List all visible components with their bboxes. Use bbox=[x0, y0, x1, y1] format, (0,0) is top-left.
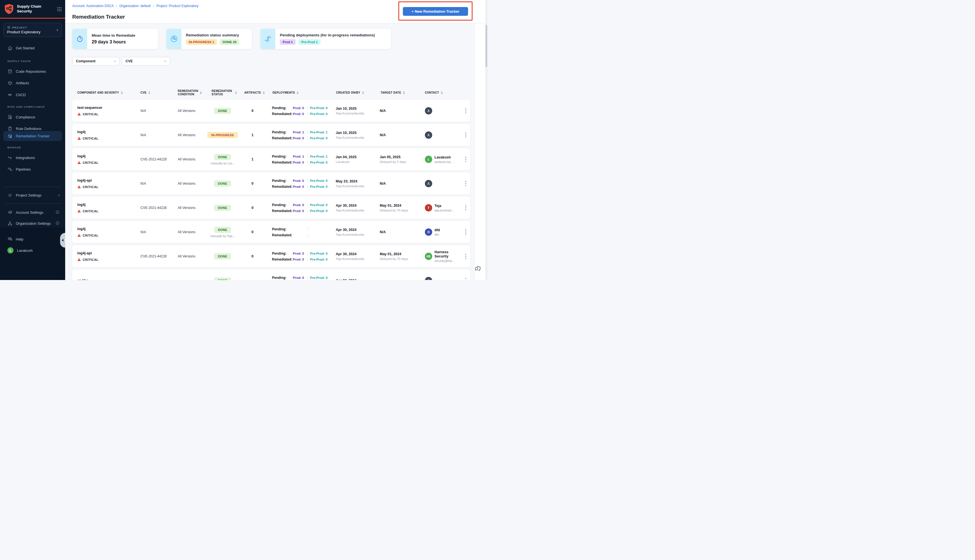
column-header-artifacts[interactable]: ARTIFACTS bbox=[240, 91, 267, 95]
sidebar-item-label: Help bbox=[16, 237, 23, 242]
hourglass-sync-icon bbox=[264, 35, 272, 43]
column-header-remediation-status[interactable]: REMEDIATION STATUS bbox=[205, 89, 240, 97]
sidebar-item-label: Compliance bbox=[16, 115, 35, 119]
divider bbox=[307, 252, 308, 255]
remediation-status: DONE bbox=[205, 205, 240, 211]
right-rail bbox=[475, 23, 485, 280]
sidebar-item-get-started[interactable]: Get Started bbox=[0, 43, 65, 52]
target-date: May 01, 2024Delayed by 70 days bbox=[375, 252, 419, 260]
project-label: PROJECT bbox=[12, 26, 27, 29]
remediation-tracker-icon bbox=[7, 134, 12, 139]
table-row[interactable]: test-sequencer CRITICAL N/A All Versions… bbox=[72, 100, 470, 122]
component-name: log4j-api bbox=[77, 178, 134, 182]
brand-accent-line bbox=[0, 18, 65, 18]
table-row[interactable]: log4j CRITICAL N/A All Versions DONEmanu… bbox=[72, 221, 470, 243]
component-filter-dropdown[interactable]: Component bbox=[72, 57, 120, 65]
sidebar-bottom-dock: Help L Lavakush bbox=[0, 228, 65, 280]
deployments: Pending:Prod: 1Pre-Prod: 1 Remediated:Pr… bbox=[267, 130, 331, 140]
divider bbox=[307, 155, 308, 158]
row-actions-kebab-icon[interactable] bbox=[455, 278, 470, 280]
breadcrumb-organization-link[interactable]: Organization: default bbox=[119, 4, 151, 8]
sidebar-section-risk-and-compliance: RISK AND COMPLIANCE bbox=[7, 105, 45, 108]
row-actions-kebab-icon[interactable] bbox=[455, 157, 470, 162]
pending-prod: Prod: 0 bbox=[293, 106, 307, 110]
remediation-tracker-page: { "icons": { "breadcrumb_separator": "\u… bbox=[0, 0, 488, 280]
column-header-contact[interactable]: CONTACT bbox=[419, 91, 455, 95]
sidebar-item-label: Account Settings bbox=[16, 210, 43, 215]
pending-prod: Prod: 0 bbox=[293, 252, 307, 255]
table-row[interactable]: xz-libs DONE Pending:Prod: 0Pre-Prod: 0 … bbox=[72, 270, 470, 280]
sidebar-user[interactable]: L Lavakush bbox=[0, 246, 65, 255]
annotation-highlight-box: + New Remediation Tracker bbox=[398, 2, 472, 21]
cve-filter-label: CVE bbox=[125, 59, 133, 63]
contact-name: dfd bbox=[434, 228, 440, 232]
sidebar-item-code-repositories[interactable]: Code Repositories bbox=[0, 67, 65, 76]
sidebar-item-label: Artifacts bbox=[16, 81, 29, 85]
vertical-scrollbar[interactable] bbox=[485, 0, 488, 280]
cve-value: N/A bbox=[134, 230, 169, 234]
sidebar-item-artifacts[interactable]: Artifacts bbox=[0, 78, 65, 87]
created-on-by: Apr 30, 2024Teja Kummarikuntla bbox=[331, 228, 375, 236]
cicd-infinity-icon: ∞ bbox=[7, 92, 12, 97]
created-on-by: Jan 10, 2025Teja Kummarikuntla bbox=[331, 131, 375, 139]
column-header-target-date[interactable]: TARGET DATE bbox=[375, 91, 419, 95]
sidebar-item-pipelines[interactable]: Pipelines bbox=[0, 165, 65, 174]
breadcrumb-account-link[interactable]: Account: Automation-SSCA bbox=[72, 4, 114, 8]
new-remediation-tracker-button[interactable]: + New Remediation Tracker bbox=[403, 7, 468, 16]
sidebar-item-cicd[interactable]: ∞ CI/CD bbox=[0, 90, 65, 99]
app-switcher-grid-icon[interactable] bbox=[57, 7, 62, 12]
target-date: N/A bbox=[375, 133, 419, 137]
contact bbox=[419, 180, 455, 187]
mttr-value: 29 days 3 hours bbox=[92, 40, 135, 45]
sidebar-item-project-settings[interactable]: Project Settings › bbox=[0, 191, 65, 200]
pending-preprod: Pre-Prod: 0 bbox=[310, 276, 327, 280]
contact-email: security@harn... bbox=[434, 259, 455, 263]
row-actions-kebab-icon[interactable] bbox=[455, 108, 470, 113]
contact: HS Harness Securitysecurity@harn... bbox=[419, 250, 455, 263]
sidebar-item-remediation-tracker[interactable]: Remediation Tracker bbox=[3, 131, 62, 141]
remediation-condition: All Versions bbox=[169, 254, 205, 258]
sidebar-item-compliance[interactable]: Compliance bbox=[0, 113, 65, 122]
row-actions-kebab-icon[interactable] bbox=[455, 254, 470, 259]
table-row[interactable]: log4j CRITICAL CVE-2021-44228 All Versio… bbox=[72, 148, 470, 170]
pipelines-icon bbox=[7, 167, 12, 172]
created-on-by: Apr 30, 2024Teja Kummarikuntla bbox=[331, 252, 375, 260]
row-actions-kebab-icon[interactable] bbox=[455, 181, 470, 186]
breadcrumb-separator-icon: › bbox=[116, 4, 117, 8]
breadcrumb-project-link[interactable]: Project: Product Exploratory bbox=[156, 4, 198, 8]
sidebar-item-organization-settings[interactable]: Organization Settings bbox=[0, 219, 65, 228]
chat-support-icon[interactable] bbox=[474, 265, 481, 272]
pending-label: Pending: bbox=[272, 276, 293, 280]
row-actions-kebab-icon[interactable] bbox=[455, 205, 470, 210]
contact-avatar bbox=[425, 277, 432, 280]
cve-filter-dropdown[interactable]: CVE bbox=[122, 57, 170, 65]
row-actions-kebab-icon[interactable] bbox=[455, 133, 470, 138]
severity: CRITICAL bbox=[77, 185, 134, 188]
remediated-label: Remediated: bbox=[272, 112, 293, 116]
table-row[interactable]: log4j CRITICAL CVE-2021-44228 All Versio… bbox=[72, 197, 470, 219]
sidebar-item-help[interactable]: Help bbox=[0, 235, 65, 243]
column-header-created-on-by[interactable]: CREATED ON/BY bbox=[331, 91, 375, 95]
row-actions-kebab-icon[interactable] bbox=[455, 230, 470, 235]
sidebar-item-integrations[interactable]: Integrations bbox=[0, 153, 65, 162]
column-header-remediation-condition[interactable]: REMEDIATION CONDITION bbox=[169, 89, 205, 97]
remediation-condition: All Versions bbox=[169, 230, 205, 234]
table-row[interactable]: log4j-api CRITICAL N/A All Versions DONE… bbox=[72, 173, 470, 195]
table-row[interactable]: log4j CRITICAL N/A All Versions IN-PROGR… bbox=[72, 124, 470, 146]
deployments: Pending:Prod: 1Pre-Prod: 1 Remediated:Pr… bbox=[267, 155, 331, 164]
sidebar-collapse-handle[interactable] bbox=[60, 233, 65, 248]
prod-pending-badge: Prod 1 bbox=[280, 39, 296, 45]
pending-label: Pending: bbox=[272, 227, 293, 231]
artifacts-count: 0 bbox=[240, 254, 267, 258]
column-header-deployments[interactable]: DEPLOYMENTS bbox=[267, 91, 331, 95]
table-row[interactable]: log4j-api CRITICAL CVE-2021-44228 All Ve… bbox=[72, 245, 470, 267]
column-header-component[interactable]: COMPONENT AND SEVERITY bbox=[72, 91, 134, 95]
home-icon bbox=[7, 45, 12, 50]
project-selector[interactable]: PROJECT Product Exploratory › bbox=[3, 23, 62, 37]
scrollbar-thumb[interactable] bbox=[486, 25, 487, 67]
organization-settings-icon bbox=[7, 221, 12, 226]
sidebar-item-account-settings[interactable]: Account Settings bbox=[0, 208, 65, 217]
page-header: Account: Automation-SSCA › Organization:… bbox=[65, 0, 488, 23]
column-header-cve[interactable]: CVE bbox=[134, 91, 169, 95]
contact bbox=[419, 107, 455, 115]
